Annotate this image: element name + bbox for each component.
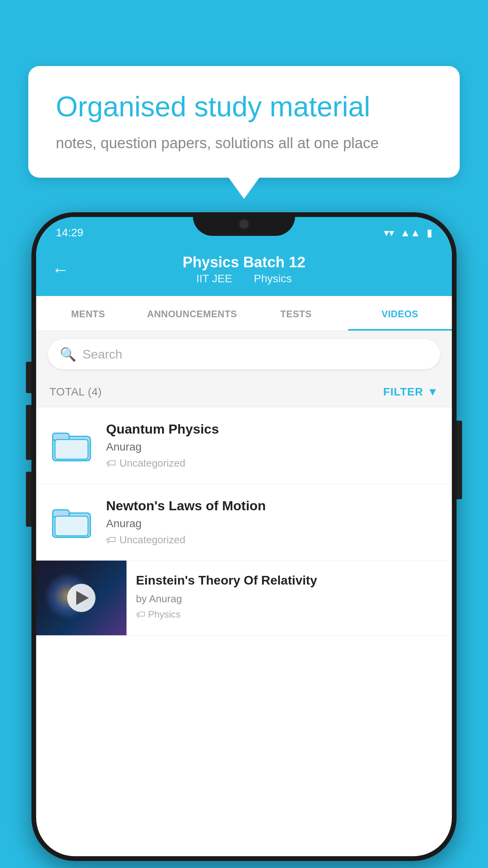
play-icon: [76, 591, 89, 605]
folder-thumbnail-newton: [48, 502, 95, 542]
tag-icon: 🏷: [106, 534, 116, 546]
list-item[interactable]: Quantum Physics Anurag 🏷 Uncategorized: [36, 407, 452, 484]
tab-bar: MENTS ANNOUNCEMENTS TESTS VIDEOS: [36, 296, 452, 331]
phone-mockup: 14:29 ▾▾ ▲▲ ▮ ← Physics Batch 12 IIT JEE…: [31, 212, 457, 868]
folder-thumbnail-quantum: [48, 426, 95, 465]
filter-funnel-icon: ▼: [427, 386, 438, 398]
tab-ments-label: MENTS: [71, 309, 105, 319]
tab-tests-label: TESTS: [280, 309, 312, 319]
tag-icon: 🏷: [106, 457, 116, 469]
folder-icon: [52, 428, 91, 463]
tag-label-einstein: Physics: [148, 609, 181, 620]
wifi-icon: ▾▾: [384, 227, 394, 239]
phone-screen: 14:29 ▾▾ ▲▲ ▮ ← Physics Batch 12 IIT JEE…: [36, 217, 452, 856]
tab-announcements[interactable]: ANNOUNCEMENTS: [140, 296, 244, 331]
video-author-newton: Anurag: [106, 517, 440, 530]
speech-bubble-card: Organised study material notes, question…: [28, 66, 460, 178]
search-icon: 🔍: [60, 346, 76, 362]
tag-label-quantum: Uncategorized: [119, 457, 185, 469]
video-info-newton: Newton's Laws of Motion Anurag 🏷 Uncateg…: [106, 498, 440, 546]
tab-videos-label: VIDEOS: [382, 309, 418, 319]
volume-button-2: [26, 405, 31, 460]
total-count: TOTAL (4): [50, 386, 102, 398]
video-thumbnail-einstein: [36, 561, 127, 635]
batch-subtitle: IIT JEE Physics: [183, 272, 306, 285]
list-item[interactable]: Einstein's Theory Of Relativity by Anura…: [36, 561, 452, 636]
bubble-title: Organised study material: [56, 90, 432, 123]
phone-notch: [193, 212, 295, 236]
video-title-newton: Newton's Laws of Motion: [106, 498, 440, 513]
svg-rect-5: [55, 516, 88, 536]
battery-icon: ▮: [427, 227, 432, 239]
status-time: 14:29: [56, 226, 83, 239]
tag-label-newton: Uncategorized: [119, 534, 185, 546]
video-info-quantum: Quantum Physics Anurag 🏷 Uncategorized: [106, 421, 440, 469]
volume-button-3: [26, 472, 31, 527]
video-title-quantum: Quantum Physics: [106, 421, 440, 437]
search-bar-container: 🔍 Search: [36, 331, 452, 377]
batch-title: Physics Batch 12: [183, 254, 306, 271]
batch-subject: Physics: [254, 272, 292, 285]
tab-ments[interactable]: MENTS: [36, 296, 140, 331]
video-tag-newton: 🏷 Uncategorized: [106, 534, 440, 546]
filter-bar: TOTAL (4) FILTER ▼: [36, 377, 452, 407]
folder-icon: [52, 504, 91, 540]
svg-rect-2: [55, 440, 88, 459]
tab-tests[interactable]: TESTS: [244, 296, 348, 331]
front-camera: [238, 219, 250, 230]
tab-videos[interactable]: VIDEOS: [348, 296, 452, 331]
signal-icon: ▲▲: [400, 227, 420, 239]
video-author-einstein: by Anurag: [136, 593, 442, 605]
video-info-einstein: Einstein's Theory Of Relativity by Anura…: [127, 561, 452, 632]
app-header: ← Physics Batch 12 IIT JEE Physics: [36, 245, 452, 296]
tab-announcements-label: ANNOUNCEMENTS: [147, 309, 237, 319]
video-author-quantum: Anurag: [106, 441, 440, 453]
list-item[interactable]: Newton's Laws of Motion Anurag 🏷 Uncateg…: [36, 484, 452, 561]
volume-button-1: [26, 362, 31, 393]
search-input-wrapper[interactable]: 🔍 Search: [48, 339, 440, 369]
tag-icon: 🏷: [136, 609, 145, 620]
header-content: Physics Batch 12 IIT JEE Physics: [183, 254, 306, 285]
status-icons: ▾▾ ▲▲ ▮: [384, 227, 432, 239]
video-list: Quantum Physics Anurag 🏷 Uncategorized: [36, 407, 452, 636]
power-button: [457, 421, 462, 499]
video-tag-quantum: 🏷 Uncategorized: [106, 457, 440, 469]
filter-label: FILTER: [383, 386, 423, 398]
video-tag-einstein: 🏷 Physics: [136, 609, 442, 620]
filter-button[interactable]: FILTER ▼: [383, 386, 438, 398]
video-title-einstein: Einstein's Theory Of Relativity: [136, 572, 442, 589]
play-button[interactable]: [67, 584, 95, 612]
bubble-subtitle: notes, question papers, solutions all at…: [56, 133, 432, 154]
batch-category: IIT JEE: [196, 272, 232, 285]
back-button[interactable]: ←: [52, 260, 69, 280]
search-input[interactable]: Search: [83, 347, 122, 362]
